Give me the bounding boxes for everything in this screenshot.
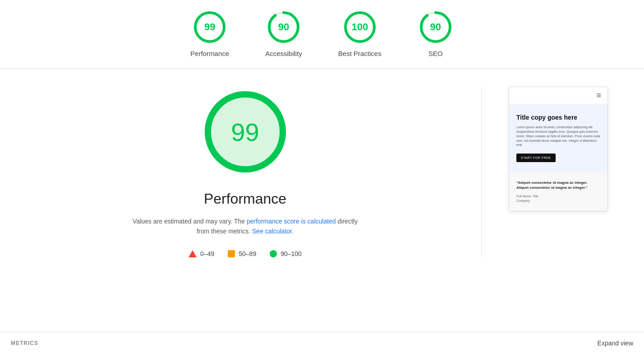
main-content: 99 Performance Values are estimated and … — [0, 69, 644, 275]
scores-bar: 99 Performance 90 Accessibility 100 Best… — [0, 0, 644, 69]
score-value-seo: 90 — [430, 21, 441, 33]
green-circle-icon — [270, 250, 277, 257]
vertical-divider — [481, 87, 482, 257]
legend-item-red: 0–49 — [189, 250, 214, 257]
screenshot-preview: ≡ Title copy goes here Lorem ipsum dolor… — [509, 87, 608, 211]
score-label-accessibility: Accessibility — [265, 50, 302, 57]
preview-topbar: ≡ — [509, 87, 607, 104]
preview-hero-body: Lorem ipsum dolor sit amet, consectetur … — [516, 125, 600, 147]
left-panel: 99 Performance Values are estimated and … — [36, 87, 454, 257]
score-value-performance: 99 — [204, 21, 215, 33]
orange-square-icon — [228, 250, 235, 257]
description-prefix: Values are estimated and may vary. The — [133, 218, 245, 225]
preview-attribution-company: Company — [516, 199, 600, 204]
legend-item-orange: 50–89 — [228, 250, 256, 257]
score-label-performance: Performance — [190, 50, 229, 57]
legend-item-green: 90–100 — [270, 250, 302, 257]
score-label-best-practices: Best Practices — [338, 50, 382, 57]
legend: 0–49 50–89 90–100 — [189, 250, 302, 257]
legend-label-orange: 50–89 — [239, 250, 256, 257]
legend-label-green: 90–100 — [281, 250, 302, 257]
hamburger-icon: ≡ — [596, 91, 602, 100]
description-text: Values are estimated and may vary. The p… — [133, 216, 358, 237]
large-score-value: 99 — [231, 117, 259, 147]
score-label-seo: SEO — [428, 50, 443, 57]
score-circle-accessibility: 90 — [266, 9, 302, 45]
performance-score-link[interactable]: performance score is calculated — [247, 218, 336, 225]
score-value-accessibility: 90 — [278, 21, 289, 33]
preview-hero-section: Title copy goes here Lorem ipsum dolor s… — [509, 104, 607, 173]
performance-title: Performance — [204, 191, 286, 207]
preview-hero-title: Title copy goes here — [516, 113, 600, 121]
score-circle-seo: 90 — [418, 9, 454, 45]
preview-cta-button: START FOR FREE — [516, 154, 556, 162]
score-item-best-practices[interactable]: 100 Best Practices — [338, 9, 382, 57]
score-circle-performance: 99 — [192, 9, 228, 45]
preview-quote-text: "Aliquet consectetur id magna ac integer… — [516, 180, 600, 190]
preview-testimonial-section: "Aliquet consectetur id magna ac integer… — [509, 173, 607, 210]
right-panel: ≡ Title copy goes here Lorem ipsum dolor… — [509, 87, 608, 211]
preview-attribution-name: Full Name, Title — [516, 194, 600, 199]
red-triangle-icon — [189, 250, 197, 257]
score-circle-best-practices: 100 — [342, 9, 378, 45]
calculator-link[interactable]: See calculator. — [252, 228, 294, 235]
score-item-performance[interactable]: 99 Performance — [190, 9, 229, 57]
large-score-circle: 99 — [200, 87, 290, 177]
legend-label-red: 0–49 — [200, 250, 214, 257]
score-value-best-practices: 100 — [351, 21, 368, 33]
score-item-accessibility[interactable]: 90 Accessibility — [265, 9, 302, 57]
score-item-seo[interactable]: 90 SEO — [418, 9, 454, 57]
